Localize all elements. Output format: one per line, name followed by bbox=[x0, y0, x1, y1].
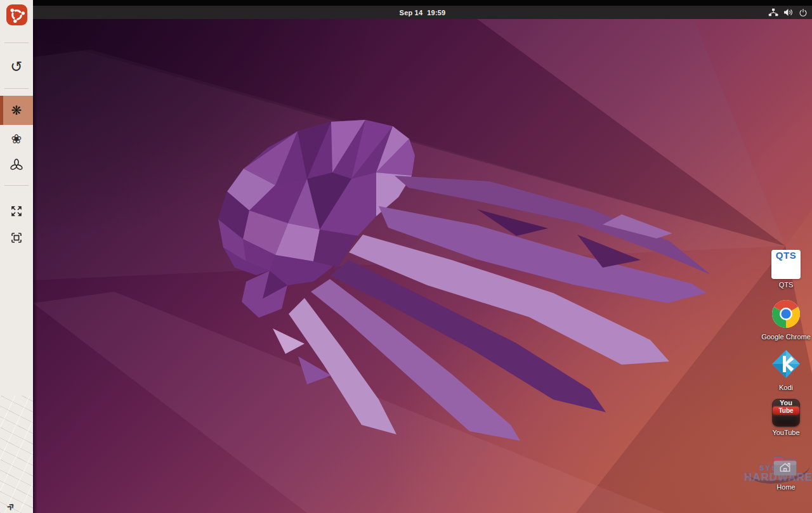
clock-menu[interactable]: Sep 14 19:59 bbox=[400, 9, 446, 16]
desktop-icon-label: Home bbox=[756, 483, 812, 491]
qts-icon-text: QTS bbox=[776, 250, 796, 261]
qts-icon: QTS bbox=[771, 250, 801, 279]
undo-circle-icon: ↺ bbox=[10, 60, 22, 74]
viewer-toolbar: ↺ ❋ ❀ bbox=[0, 0, 33, 513]
network-icon bbox=[768, 8, 778, 16]
toolbar-divider bbox=[4, 88, 29, 89]
gnome-top-bar: Sep 14 19:59 bbox=[33, 6, 812, 19]
clock-time: 19:59 bbox=[427, 9, 445, 16]
desktop-icon-youtube[interactable]: You Tube YouTube bbox=[756, 399, 812, 436]
desktop-icon-label: QTS bbox=[756, 281, 812, 289]
desktop-icon-google-chrome[interactable]: Google Chrome bbox=[756, 299, 812, 341]
toolbar-divider bbox=[4, 42, 29, 43]
desktop-icon-qts[interactable]: QTS QTS bbox=[756, 250, 812, 289]
tool-dynamic-resolution-button[interactable] bbox=[0, 152, 33, 179]
flower-6-petal-icon: ❀ bbox=[11, 133, 22, 145]
tool-screenshot-area-button[interactable] bbox=[0, 224, 33, 251]
desktop-icon-label: Kodi bbox=[756, 384, 812, 391]
crop-frame-icon bbox=[10, 231, 23, 244]
ubuntu-logo-button[interactable] bbox=[6, 4, 27, 25]
viewer-window: ↺ ❋ ❀ bbox=[0, 0, 812, 513]
window-edge-shadow bbox=[33, 19, 37, 513]
home-folder-icon bbox=[770, 451, 802, 479]
kodi-icon bbox=[771, 349, 801, 379]
clover-3-petal-icon bbox=[10, 159, 23, 172]
desktop-icon-label: Google Chrome bbox=[756, 333, 812, 341]
clock-date: Sep 14 bbox=[400, 9, 423, 16]
toolbar-divider bbox=[4, 185, 29, 186]
wallpaper-jellyfish bbox=[33, 19, 812, 513]
desktop-icon-home[interactable]: Home bbox=[756, 451, 812, 491]
sidebar-texture bbox=[0, 396, 33, 513]
chrome-icon bbox=[771, 299, 801, 328]
youtube-icon-you-text: You bbox=[773, 399, 799, 406]
flower-8-petal-icon: ❋ bbox=[11, 104, 22, 117]
system-tray-menu[interactable] bbox=[768, 6, 808, 19]
fullscreen-arrows-icon bbox=[10, 205, 23, 218]
ubuntu-logo-icon bbox=[6, 4, 27, 25]
desktop-icon-label: YouTube bbox=[756, 429, 812, 436]
power-icon bbox=[799, 8, 808, 17]
tool-reconnect-button[interactable]: ↺ bbox=[0, 53, 33, 80]
volume-icon bbox=[783, 8, 794, 16]
tool-scaling-quality-button[interactable]: ❋ bbox=[0, 96, 33, 125]
desktop-icon-kodi[interactable]: Kodi bbox=[756, 349, 812, 391]
youtube-icon-tube-text: Tube bbox=[773, 406, 799, 415]
youtube-icon: You Tube bbox=[772, 399, 800, 427]
tool-fullscreen-button[interactable] bbox=[0, 198, 33, 224]
remote-desktop: Sep 14 19:59 bbox=[33, 0, 812, 513]
tool-scaled-mode-button[interactable]: ❀ bbox=[0, 126, 33, 152]
letterbox-strip bbox=[33, 0, 812, 6]
